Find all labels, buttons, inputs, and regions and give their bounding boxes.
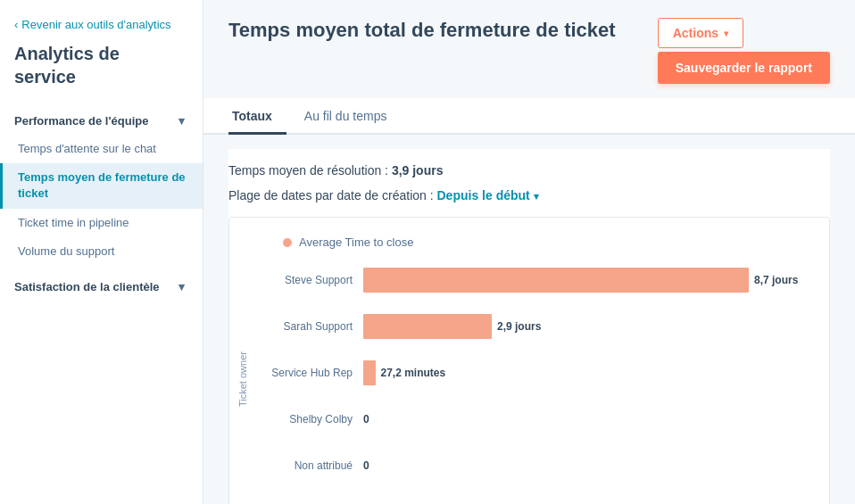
sidebar-item-pipeline[interactable]: Ticket time in pipeline [0,209,203,237]
chevron-down-icon-actions: ▾ [724,29,728,38]
chart-legend: Average Time to close [229,235,815,263]
bar-wrapper: 8,7 jours [363,268,815,293]
legend-label: Average Time to close [299,235,413,249]
save-report-button[interactable]: Sauvegarder le rapport [658,52,830,84]
bar-value-zero: 0 [363,413,369,426]
back-link[interactable]: ‹ Revenir aux outils d'analytics [0,14,203,42]
sidebar: ‹ Revenir aux outils d'analytics Analyti… [0,0,203,504]
tab-totaux[interactable]: Totaux [228,98,286,135]
page-header: Temps moyen total de fermeture de ticket… [228,18,830,84]
actions-button[interactable]: Actions ▾ [658,18,743,48]
sidebar-section-satisfaction-label: Satisfaction de la clientèle [14,280,160,293]
sidebar-item-volume[interactable]: Volume du support [0,237,203,266]
tabs: Totaux Au fil du temps [203,98,855,135]
bar-label: Service Hub Rep [256,367,363,379]
content-area: Temps moyen de résolution : 3,9 jours Pl… [228,149,830,504]
chevron-down-icon-2: ▾ [174,280,188,294]
sidebar-item-attente[interactable]: Temps d'attente sur le chat [0,135,203,163]
bar-value: 8,7 jours [754,274,798,286]
bar: 2,9 jours [363,314,492,339]
bar-label: Sarah Support [256,320,363,333]
main-content: Temps moyen total de fermeture de ticket… [203,0,855,504]
sidebar-section-satisfaction[interactable]: Satisfaction de la clientèle ▾ [0,273,203,302]
sidebar-title: Analytics de service [0,42,203,106]
date-filter: Plage de dates par date de création : De… [228,185,830,217]
bar-row: Sarah Support2,9 jours [256,310,815,343]
chart-container: Average Time to close Ticket owner Steve… [228,217,830,504]
date-filter-link[interactable]: Depuis le début ▾ [437,188,539,202]
bar-label: Steve Support [256,274,363,286]
bars-section: Steve Support8,7 joursSarah Support2,9 j… [256,263,815,495]
bar-row: Non attribué0 [256,449,815,483]
tab-fil-du-temps[interactable]: Au fil du temps [301,98,402,135]
y-axis-label: Ticket owner [229,263,256,495]
bar-row: Shelby Colby0 [256,402,815,436]
page-title: Temps moyen total de fermeture de ticket [228,18,616,44]
legend-dot [283,238,292,247]
actions-label: Actions [673,26,718,40]
bar-wrapper: 0 [363,459,815,472]
bar-value: 2,9 jours [497,320,541,333]
nav-divider [0,266,203,273]
sidebar-item-fermeture[interactable]: Temps moyen de fermeture de ticket [0,163,203,208]
chevron-down-icon: ▾ [174,113,188,128]
bar-wrapper: 0 [363,413,815,426]
stats-resolution: Temps moyen de résolution : 3,9 jours [228,149,830,185]
bar-row: Steve Support8,7 jours [256,263,815,297]
bar: 27,2 minutes [363,360,376,385]
bar-value: 27,2 minutes [381,367,446,379]
sidebar-section-performance[interactable]: Performance de l'équipe ▾ [0,106,203,135]
bar-wrapper: 27,2 minutes [363,360,815,385]
bar-label: Non attribué [256,459,363,472]
bar-value-zero: 0 [363,459,369,472]
bar-label: Shelby Colby [256,413,363,426]
actions-container: Actions ▾ Sauvegarder le rapport [658,18,830,84]
chart-area: Ticket owner Steve Support8,7 joursSarah… [229,263,815,495]
chevron-left-icon: ‹ [14,18,18,31]
resolution-value: 3,9 jours [392,163,444,178]
bar-wrapper: 2,9 jours [363,314,815,339]
chevron-down-icon-date: ▾ [534,191,539,202]
back-link-label: Revenir aux outils d'analytics [21,18,170,31]
bar-row: Service Hub Rep27,2 minutes [256,356,815,390]
sidebar-section-performance-label: Performance de l'équipe [14,114,148,128]
bar: 8,7 jours [363,268,749,293]
